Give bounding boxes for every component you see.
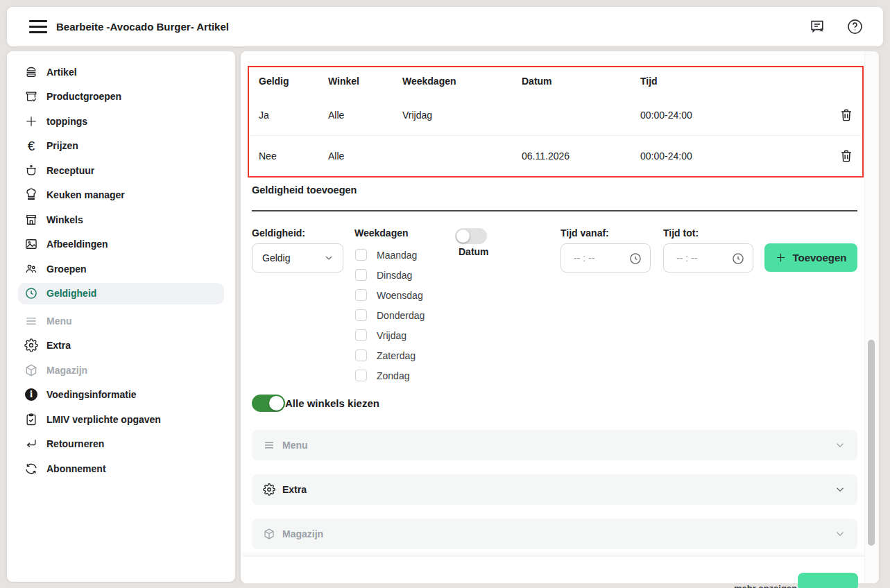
validity-table-header: Geldig Winkel Weekdagen Datum Tijd	[249, 67, 862, 95]
users-icon	[24, 262, 38, 276]
clock-icon[interactable]	[731, 252, 745, 266]
image-icon	[24, 237, 38, 251]
accordion-magazijn[interactable]: Magazijn	[252, 519, 857, 549]
sidebar-item-label: Afbeeldingen	[46, 239, 108, 250]
chevron-down-icon	[834, 528, 846, 540]
toggle-knob	[269, 396, 284, 410]
cell-tijd: 00:00-24:00	[640, 150, 835, 162]
store-icon	[24, 213, 38, 227]
toevoegen-button[interactable]: Toevoegen	[764, 243, 857, 272]
sidebar-item-prijzen[interactable]: € Prijzen	[7, 134, 235, 159]
accordion-menu[interactable]: Menu	[252, 430, 857, 460]
clipboard-check-icon	[24, 413, 38, 426]
tijd-vanaf-input[interactable]	[561, 252, 617, 263]
alle-winkels-toggle[interactable]	[252, 395, 285, 412]
accordion-label: Extra	[282, 484, 307, 495]
sidebar-item-extra[interactable]: Extra	[7, 334, 235, 358]
sidebar-item-menu[interactable]: Menu	[7, 309, 235, 334]
cell-weekdagen: Vrijdag	[402, 110, 522, 121]
sidebar-item-artikel[interactable]: Artikel	[7, 60, 235, 85]
sidebar-item-lmiv[interactable]: LMIV verplichte opgaven	[7, 407, 235, 432]
column-header: Geldig	[259, 76, 328, 87]
sidebar-item-productgroepen[interactable]: Productgroepen	[7, 85, 235, 110]
mehr-anzeigen-link[interactable]: mehr anzeigen	[734, 583, 797, 588]
sidebar-item-label: Productgroepen	[46, 91, 121, 102]
sidebar-item-magazijn[interactable]: Magazijn	[7, 358, 235, 383]
sidebar-item-retourneren[interactable]: Retourneren	[7, 432, 235, 457]
sidebar-item-label: Artikel	[46, 67, 77, 78]
sidebar-item-geldigheid[interactable]: Geldigheid	[7, 282, 235, 306]
weekday-row-dinsdag[interactable]: Dinsdag	[355, 265, 425, 285]
euro-icon: €	[24, 139, 38, 153]
weekday-row-zondag[interactable]: Zondag	[355, 365, 425, 386]
sidebar-item-toppings[interactable]: toppings	[7, 109, 235, 134]
clock-icon[interactable]	[628, 252, 642, 266]
chevron-down-icon	[834, 439, 846, 451]
checkbox[interactable]	[355, 289, 367, 301]
sidebar-item-receptuur[interactable]: Receptuur	[7, 158, 235, 183]
sidebar-item-afbeeldingen[interactable]: Afbeeldingen	[7, 232, 235, 257]
tijd-vanaf-label: Tijd vanaf:	[560, 227, 609, 239]
column-header: Winkel	[328, 76, 402, 87]
delete-row-trash-icon[interactable]	[837, 106, 855, 124]
sidebar-item-label: Extra	[46, 340, 71, 351]
sidebar-item-voedingsinformatie[interactable]: i Voedingsinformatie	[7, 383, 235, 408]
geldigheid-select[interactable]: Geldig	[252, 243, 343, 273]
chef-hat-icon	[24, 188, 38, 202]
sidebar-item-keuken-manager[interactable]: Keuken manager	[7, 183, 235, 208]
info-icon: i	[24, 388, 38, 401]
section-title: Geldigheid toevoegen	[252, 184, 357, 196]
checkbox[interactable]	[355, 349, 367, 361]
partial-green-button[interactable]	[798, 573, 858, 588]
checkbox[interactable]	[355, 329, 367, 341]
chevron-down-icon	[834, 483, 846, 496]
weekday-row-zaterdag[interactable]: Zaterdag	[355, 345, 425, 365]
accordion-label: Magazijn	[282, 528, 323, 539]
page: Bearbeite -Avocado Burger- Artikel Artik…	[0, 0, 890, 588]
tijd-tot-input[interactable]	[664, 252, 719, 263]
weekday-label: Woensdag	[377, 290, 423, 301]
datum-label: Datum	[459, 246, 489, 257]
plus-icon	[775, 252, 787, 263]
weekday-row-woensdag[interactable]: Woensdag	[355, 285, 425, 305]
help-icon[interactable]	[846, 18, 864, 35]
checkbox[interactable]	[355, 309, 367, 321]
checkbox[interactable]	[355, 249, 367, 261]
feedback-icon[interactable]	[809, 18, 826, 35]
toggle-knob	[456, 230, 470, 243]
checkbox[interactable]	[355, 370, 367, 381]
accordion-label: Menu	[282, 440, 308, 451]
sidebar-item-label: toppings	[46, 116, 87, 127]
table-row: Nee Alle 06.11.2026 00:00-24:00	[249, 136, 862, 176]
cell-geldig: Ja	[259, 110, 328, 121]
cell-geldig: Nee	[259, 150, 328, 162]
weekday-label: Donderdag	[377, 310, 425, 321]
weekday-label: Vrijdag	[377, 330, 407, 341]
cell-datum: 06.11.2026	[522, 150, 640, 162]
geldigheid-select-value: Geldig	[262, 252, 290, 263]
weekdagen-label: Weekdagen	[354, 227, 409, 239]
weekday-row-donderdag[interactable]: Donderdag	[355, 305, 425, 325]
column-header: Weekdagen	[402, 76, 522, 87]
delete-row-trash-icon[interactable]	[837, 147, 855, 165]
datum-toggle[interactable]	[455, 228, 487, 244]
main-panel: Geldig Winkel Weekdagen Datum Tijd Ja Al…	[241, 51, 879, 583]
sidebar-item-abonnement[interactable]: Abonnement	[7, 456, 235, 481]
top-bar: Bearbeite -Avocado Burger- Artikel	[7, 7, 883, 46]
weekday-row-maandag[interactable]: Maandag	[355, 245, 425, 265]
sidebar-item-groepen[interactable]: Groepen	[7, 257, 235, 282]
column-header: Tijd	[640, 76, 835, 87]
weekday-checkbox-list: Maandag Dinsdag Woensdag Donderdag Vrijd…	[355, 245, 425, 386]
sidebar-item-label: Winkels	[46, 214, 83, 225]
refresh-icon	[24, 462, 38, 476]
weekday-row-vrijdag[interactable]: Vrijdag	[355, 325, 425, 345]
column-header: Datum	[522, 76, 640, 87]
menu-lines-icon	[24, 314, 38, 328]
sidebar: Artikel Productgroepen toppings € Prijze…	[7, 51, 235, 582]
accordion-extra[interactable]: Extra	[252, 474, 857, 505]
checkbox[interactable]	[355, 269, 367, 281]
scrollbar-thumb[interactable]	[868, 340, 875, 546]
toevoegen-button-label: Toevoegen	[792, 252, 846, 263]
hamburger-menu-icon[interactable]	[29, 20, 47, 33]
sidebar-item-winkels[interactable]: Winkels	[7, 207, 235, 232]
